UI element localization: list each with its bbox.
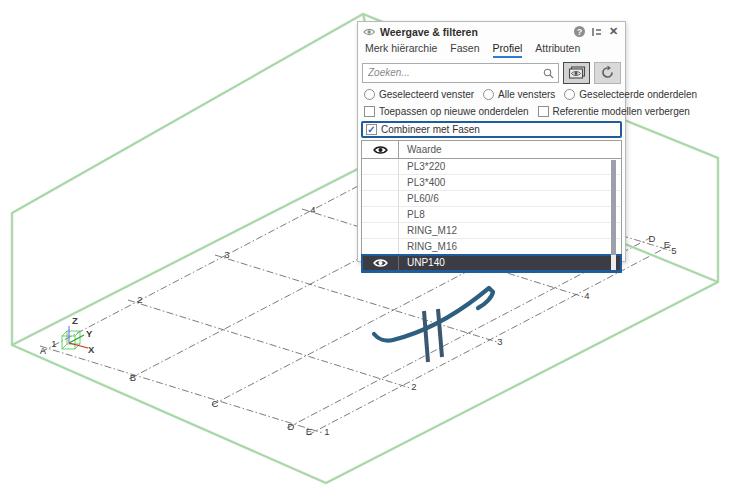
eye-icon	[373, 258, 388, 268]
profile-value: PL8	[399, 209, 425, 220]
grid-label-3-far: 3	[224, 249, 229, 260]
radio-label: Alle vensters	[498, 89, 555, 100]
visibility-cell[interactable]	[362, 223, 399, 238]
grid-label-E-right: E	[664, 239, 670, 250]
grid-label-1-near: 1	[324, 426, 329, 437]
visibility-cell[interactable]	[362, 239, 399, 254]
search-box	[362, 63, 559, 83]
radio-icon	[483, 89, 494, 100]
profile-value: UNP140	[399, 257, 445, 268]
visibility-cell[interactable]	[362, 175, 399, 190]
table-row[interactable]: PL8	[362, 207, 621, 223]
apply-options: Toepassen op nieuwe onderdelen Referenti…	[358, 103, 625, 120]
radio-icon	[364, 89, 375, 100]
refresh-icon	[600, 65, 615, 80]
panel-title: Weergave & filteren	[380, 26, 569, 38]
radio-alle-vensters[interactable]: Alle vensters	[483, 89, 555, 100]
ucs-triad: Z Y X	[62, 315, 95, 355]
checkbox-label: Combineer met Fasen	[381, 124, 480, 135]
radio-geselecteerd-venster[interactable]: Geselecteerd venster	[364, 89, 474, 100]
search-row	[358, 58, 625, 86]
ucs-cube-icon	[62, 331, 80, 349]
table-row[interactable]: RING_M16	[362, 239, 621, 255]
grid-label-D: D	[288, 421, 295, 432]
grid-label-5-near: 5	[671, 245, 676, 256]
show-selected-button[interactable]	[563, 62, 590, 84]
profile-value: PL60/6	[399, 193, 439, 204]
application-window: A B C D E D E 1 2 3 4 1 2 3 4 5	[0, 0, 730, 493]
checkbox-label: Referentie modellen verbergen	[553, 106, 690, 117]
display-filter-icon	[363, 26, 376, 37]
tab-merk-hierarchie[interactable]: Merk hiërarchie	[365, 42, 437, 58]
axis-x-label: X	[88, 344, 95, 355]
refresh-button[interactable]	[594, 62, 621, 84]
axis-z-label: Z	[72, 315, 78, 326]
table-row-selected[interactable]: UNP140	[362, 255, 621, 271]
checkbox-referentie-modellen-verbergen[interactable]: Referentie modellen verbergen	[538, 106, 690, 117]
grid-label-3-near: 3	[497, 336, 502, 347]
search-icon	[543, 68, 554, 79]
display-filter-panel: Weergave & filteren ? ✕ Merk hiërarchie …	[357, 21, 626, 262]
checkbox-icon	[538, 106, 549, 117]
grid-label-4-near: 4	[584, 290, 589, 301]
table-scrollbar[interactable]	[611, 160, 616, 270]
axis-y-label: Y	[86, 328, 93, 339]
profile-value: PL3*220	[399, 161, 445, 172]
panel-tabs: Merk hiërarchie Fasen Profiel Attributen	[358, 41, 625, 58]
visibility-cell[interactable]	[362, 207, 399, 222]
grid-label-A: A	[40, 345, 47, 356]
radio-icon	[564, 89, 575, 100]
table-header: Waarde	[362, 141, 621, 159]
close-icon: ✕	[609, 25, 618, 38]
profile-filter-table: Waarde PL3*220 PL3*400 PL60/6 PL8	[361, 140, 622, 273]
grid-label-B: B	[130, 372, 136, 383]
close-button[interactable]: ✕	[607, 25, 620, 38]
visibility-column-header[interactable]	[362, 141, 399, 158]
radio-geselecteerde-onderdelen[interactable]: Geselecteerde onderdelen	[564, 89, 697, 100]
table-row[interactable]: RING_M12	[362, 223, 621, 239]
eye-icon	[373, 145, 388, 155]
visibility-cell-on[interactable]	[362, 255, 399, 270]
profile-value: PL3*400	[399, 177, 445, 188]
help-button[interactable]: ?	[573, 25, 586, 38]
visibility-cell[interactable]	[362, 191, 399, 206]
help-icon: ?	[574, 26, 585, 37]
table-row[interactable]: PL3*220	[362, 159, 621, 175]
value-column-header: Waarde	[399, 144, 442, 155]
grid-label-4-far: 4	[310, 204, 315, 215]
scrollbar-thumb[interactable]	[611, 160, 616, 255]
eye-cards-icon	[568, 66, 586, 80]
combine-row: ✓ Combineer met Fasen	[358, 120, 625, 139]
visibility-cell[interactable]	[362, 159, 399, 174]
table-row[interactable]: PL60/6	[362, 191, 621, 207]
grid-label-2-near: 2	[411, 381, 416, 392]
checkbox-combineer-met-fasen[interactable]: ✓ Combineer met Fasen	[361, 121, 622, 138]
profile-value: RING_M12	[399, 225, 457, 236]
tab-attributen[interactable]: Attributen	[535, 42, 580, 58]
window-scope-options: Geselecteerd venster Alle vensters Gesel…	[358, 86, 625, 103]
radio-label: Geselecteerde onderdelen	[579, 89, 697, 100]
pin-panel-button[interactable]	[590, 25, 603, 38]
grid-label-D-right: D	[649, 233, 656, 244]
checkbox-toepassen-nieuwe-onderdelen[interactable]: Toepassen op nieuwe onderdelen	[364, 106, 529, 117]
search-input[interactable]	[363, 64, 558, 82]
profile-value: RING_M16	[399, 241, 457, 252]
table-row[interactable]: PL3*400	[362, 175, 621, 191]
grid-label-E: E	[306, 426, 312, 437]
table-body: PL3*220 PL3*400 PL60/6 PL8 RING_M12	[362, 159, 621, 271]
checkbox-label: Toepassen op nieuwe onderdelen	[379, 106, 529, 117]
tab-fasen[interactable]: Fasen	[450, 42, 479, 58]
radio-label: Geselecteerd venster	[379, 89, 474, 100]
panel-titlebar: Weergave & filteren ? ✕	[358, 22, 625, 41]
checkmark-icon: ✓	[367, 125, 375, 135]
grid-label-2-far: 2	[137, 294, 142, 305]
checkbox-icon	[364, 106, 375, 117]
checkbox-checked-icon: ✓	[366, 124, 377, 135]
pin-icon	[591, 27, 602, 37]
grid-label-1-far: 1	[51, 338, 56, 349]
grid-label-C: C	[212, 398, 219, 409]
tab-profiel[interactable]: Profiel	[493, 42, 523, 58]
